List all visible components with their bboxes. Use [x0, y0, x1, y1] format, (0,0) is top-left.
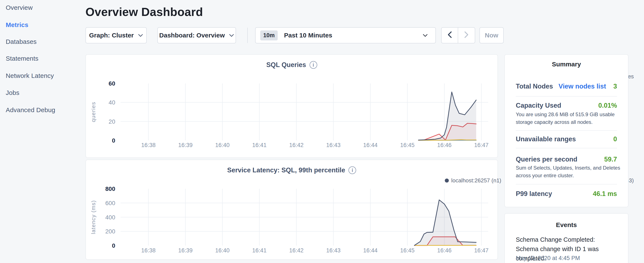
svg-text:16:38: 16:38 — [141, 142, 156, 148]
summary-row-label: Queries per second — [516, 156, 577, 163]
chevron-right-icon — [464, 31, 469, 40]
svg-text:60: 60 — [109, 80, 115, 87]
view-nodes-list-link[interactable]: View nodes list — [558, 83, 606, 90]
summary-title: Summary — [505, 61, 628, 68]
summary-row-unavailable-ranges: Unavailable ranges 0 — [516, 135, 617, 143]
svg-text:16:44: 16:44 — [363, 247, 378, 254]
summary-row-label: P99 latency — [516, 190, 552, 198]
summary-row-capacity-used: Capacity Used 0.01% — [516, 102, 617, 109]
summary-row-label: Unavailable ranges — [516, 135, 576, 143]
svg-text:16:41: 16:41 — [252, 247, 266, 254]
svg-text:16:44: 16:44 — [363, 142, 378, 148]
svg-text:16:40: 16:40 — [215, 142, 230, 148]
sidebar-item-metrics[interactable]: Metrics — [6, 21, 28, 29]
page-title: Overview Dashboard — [86, 5, 203, 19]
summary-row-value: 0.01% — [598, 102, 617, 109]
svg-text:16:43: 16:43 — [326, 247, 340, 254]
summary-row-value: 46.1 ms — [593, 190, 617, 198]
sidebar-item-statements[interactable]: Statements — [6, 55, 38, 62]
series-dot-icon — [445, 178, 449, 183]
svg-text:16:46: 16:46 — [437, 247, 452, 254]
divider — [516, 130, 617, 131]
svg-text:400: 400 — [105, 214, 115, 221]
time-range-badge: 10m — [260, 31, 278, 41]
svg-text:16:45: 16:45 — [400, 142, 414, 148]
summary-row-label: Total Nodes — [516, 83, 553, 90]
events-panel: Events Schema Change Completed: Schema c… — [504, 213, 628, 263]
summary-row-value: 3 — [614, 83, 617, 90]
events-title: Events — [505, 221, 628, 228]
svg-text:16:47: 16:47 — [474, 247, 488, 254]
divider — [516, 148, 617, 148]
divider — [516, 96, 617, 97]
now-button-label: Now — [485, 32, 498, 39]
sidebar-item-jobs[interactable]: Jobs — [6, 89, 19, 96]
event-timestamp: May 13, 2020 at 4:45 PM — [516, 255, 580, 261]
svg-text:16:45: 16:45 — [400, 247, 414, 254]
divider — [516, 184, 617, 184]
summary-row-label: Capacity Used — [516, 102, 561, 109]
svg-text:0: 0 — [112, 242, 115, 249]
summary-row-value: 59.7 — [604, 156, 617, 163]
service-latency-chart[interactable]: 16:3816:3916:4016:4116:4216:4316:4416:45… — [86, 160, 498, 260]
svg-text:16:38: 16:38 — [141, 247, 156, 254]
svg-text:20: 20 — [109, 118, 115, 125]
time-step-buttons — [441, 27, 475, 43]
service-latency-chart-card: Service Latency: SQL, 99th percentile i … — [86, 160, 498, 260]
sql-queries-chart[interactable]: 16:3816:3916:4016:4116:4216:4316:4416:45… — [86, 55, 498, 158]
sidebar-item-network-latency[interactable]: Network Latency — [6, 72, 54, 79]
summary-row-subtext: You are using 28.6 MiB of 515.9 GiB usab… — [516, 111, 622, 126]
summary-row-total-nodes: Total Nodes View nodes list 3 — [516, 83, 617, 90]
legend-item: localhost:26257 (n1) — [445, 177, 501, 184]
svg-text:latency (ms): latency (ms) — [90, 200, 96, 234]
graph-scope-dropdown-label: Graph: Cluster — [89, 32, 134, 39]
time-step-back-button[interactable] — [442, 28, 458, 43]
sidebar-item-databases[interactable]: Databases — [6, 38, 36, 45]
graph-scope-dropdown[interactable]: Graph: Cluster — [86, 27, 147, 43]
svg-text:600: 600 — [105, 200, 115, 206]
chevron-down-icon — [138, 34, 143, 37]
svg-text:16:46: 16:46 — [437, 142, 452, 148]
svg-text:0: 0 — [112, 137, 115, 144]
svg-text:16:39: 16:39 — [178, 247, 193, 254]
legend-label: localhost:26257 (n1) — [451, 177, 501, 184]
svg-text:queries: queries — [90, 102, 96, 122]
summary-row-subtext: Sum of Selects, Updates, Inserts, and De… — [516, 164, 622, 179]
svg-text:16:43: 16:43 — [326, 142, 340, 148]
sql-queries-chart-card: SQL Queries i 16:3816:3916:4016:4116:421… — [86, 54, 498, 158]
dashboard-dropdown[interactable]: Dashboard: Overview — [157, 27, 236, 43]
controls-divider — [247, 28, 248, 43]
time-range-label: Past 10 Minutes — [284, 32, 332, 39]
svg-text:16:47: 16:47 — [474, 142, 488, 148]
svg-text:16:40: 16:40 — [215, 247, 230, 254]
svg-text:16:42: 16:42 — [289, 247, 304, 254]
metrics-page: { "sidebar": { "items": [ { "label": "Ov… — [0, 0, 644, 263]
svg-text:800: 800 — [105, 185, 115, 192]
svg-text:16:41: 16:41 — [252, 142, 266, 148]
svg-text:200: 200 — [105, 228, 115, 235]
svg-text:16:42: 16:42 — [289, 142, 304, 148]
chevron-down-icon — [423, 34, 428, 37]
summary-row-queries-per-second: Queries per second 59.7 — [516, 156, 617, 163]
sidebar-item-overview[interactable]: Overview — [6, 4, 33, 11]
sidebar-item-advanced-debug[interactable]: Advanced Debug — [6, 106, 55, 114]
summary-row-value: 0 — [614, 135, 617, 143]
svg-text:16:39: 16:39 — [178, 142, 193, 148]
now-button[interactable]: Now — [480, 27, 504, 43]
svg-text:40: 40 — [109, 99, 115, 106]
chevron-left-icon — [447, 31, 452, 40]
summary-panel: Summary Total Nodes View nodes list 3 Ca… — [504, 54, 628, 207]
dashboard-dropdown-label: Dashboard: Overview — [159, 32, 225, 39]
time-step-forward-button[interactable] — [458, 28, 475, 43]
chevron-down-icon — [229, 34, 234, 37]
summary-row-p99-latency: P99 latency 46.1 ms — [516, 190, 617, 198]
time-range-picker[interactable]: 10m Past 10 Minutes — [255, 27, 436, 43]
